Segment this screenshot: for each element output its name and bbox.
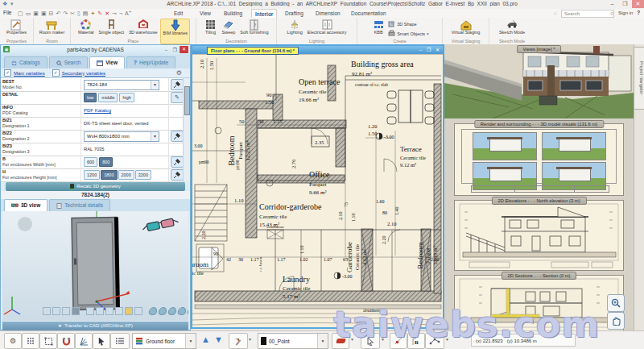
layer-selector[interactable]: 00_Point ▼ <box>258 333 328 349</box>
select-tool-button[interactable] <box>361 333 380 349</box>
tab-search[interactable]: Search <box>49 56 89 69</box>
offset-icon[interactable]: ¬ <box>119 9 122 18</box>
detail-middle-button[interactable]: middle <box>98 93 118 102</box>
brush-icon[interactable]: ✦ <box>90 9 95 18</box>
floor-plan-window-controls[interactable]: – ❐ ✕ <box>419 46 441 54</box>
views-3d-render[interactable] <box>444 44 634 118</box>
floor-down-button[interactable]: ▼ <box>214 334 223 344</box>
file-menu[interactable]: File <box>3 10 11 15</box>
tab-help-update[interactable]: ?Help/Update <box>126 56 175 69</box>
recalc-3d-button[interactable]: Recalc 3D geometry <box>6 182 185 191</box>
pin-button[interactable] <box>171 169 184 181</box>
height-2200-button[interactable]: 2200 <box>135 170 151 180</box>
detail-high-button[interactable]: high <box>119 93 134 102</box>
pin-button[interactable] <box>171 131 184 142</box>
width-800-button[interactable]: 800 <box>99 157 113 167</box>
print-icon[interactable]: ⊟ <box>49 9 54 18</box>
floor-selector[interactable]: Ground floor ▼ <box>132 333 196 349</box>
search-icon[interactable]: ○­ <box>610 10 616 16</box>
open-icon[interactable]: ▭ <box>26 9 31 18</box>
tab-edit[interactable]: Edit <box>171 9 186 17</box>
chevron-down-icon[interactable]: ▼ <box>248 337 252 342</box>
detail-low-button[interactable]: low <box>84 93 97 102</box>
width-600-button[interactable]: 600 <box>84 157 97 167</box>
tab-view[interactable]: View <box>89 56 125 69</box>
secondary-variables-label[interactable]: Secondary variables <box>62 71 105 76</box>
render-thumbnail[interactable] <box>473 132 537 160</box>
new-icon[interactable]: ▢ <box>18 9 23 18</box>
edit-button[interactable]: ✎ <box>171 92 184 103</box>
customize-icon[interactable]: ▾ <box>10 1 14 7</box>
grid-button[interactable] <box>22 333 39 349</box>
parts4cad-maximize-icon[interactable]: ❐ <box>173 45 177 55</box>
angle-snap-button[interactable] <box>75 333 93 349</box>
tab-documentation[interactable]: Documentation <box>348 9 390 17</box>
main-variables-label[interactable]: Main variables <box>14 71 45 76</box>
minimize-button[interactable]: – <box>606 0 618 8</box>
layer-list-button[interactable] <box>110 333 130 349</box>
redo-icon[interactable]: ↷ <box>63 9 68 18</box>
tab-interior[interactable]: Interior <box>251 9 277 18</box>
pdf-katalog-link[interactable]: PDF Katalog <box>84 108 111 113</box>
restore-button[interactable]: ❐ <box>619 0 631 8</box>
height-1800-button[interactable]: 1800 <box>101 170 117 180</box>
settings-gear-icon[interactable]: ⚙ <box>176 69 182 77</box>
cut-icon[interactable]: ✂ <box>70 9 75 18</box>
size-dropdown[interactable]: WxH 800x1800 mm▼ <box>84 131 159 142</box>
views-header[interactable]: Views [image] * <box>517 45 562 53</box>
sign-in-link[interactable]: Sign in <box>618 10 633 15</box>
section-sheet[interactable] <box>454 275 624 330</box>
trim-icon[interactable]: ⊸ <box>112 9 117 18</box>
main-variables-checkbox[interactable]: ✓ <box>4 69 11 77</box>
save-icon[interactable]: ▣ <box>33 9 39 18</box>
tab-view[interactable]: View <box>196 9 214 17</box>
selection-frame-button[interactable] <box>39 333 57 349</box>
3d-shape-button[interactable]: 3D Shape <box>388 19 429 29</box>
search-input[interactable]: Search <box>561 10 614 18</box>
render-header[interactable]: Render and surrounding - · - 3D model vi… <box>474 120 604 128</box>
3d-preview-viewport[interactable] <box>2 211 188 321</box>
pan-button[interactable] <box>607 312 625 330</box>
secondary-variables-checkbox[interactable]: ✓ <box>52 69 60 77</box>
settings-button[interactable]: ⚙ <box>4 333 22 349</box>
transfer-to-cad-button[interactable]: ➤Transfer to CAD (ARCHline.XP) <box>2 322 188 330</box>
cursor-mode-button[interactable] <box>93 333 110 349</box>
tab-catalogs[interactable]: Catalogs <box>4 56 47 69</box>
tab-building[interactable]: Building <box>221 9 246 17</box>
tab-dimension[interactable]: Dimension <box>312 9 344 17</box>
model-no-dropdown[interactable]: 7824.184▼ <box>84 80 159 90</box>
viewport-toolbar[interactable] <box>43 307 188 315</box>
pen-icon[interactable]: ✎ <box>97 9 102 18</box>
point-tool-button[interactable] <box>390 333 407 349</box>
paste-icon[interactable]: ▤ <box>83 9 89 18</box>
delete-icon[interactable]: ✕ <box>105 9 109 18</box>
project-navigator-tab[interactable]: Project navigator <box>634 47 644 110</box>
parts4cad-minimize-icon[interactable]: – <box>165 45 167 55</box>
elevations-header[interactable]: 2D Elevations - · - North elevation (3 m… <box>491 197 586 205</box>
floor-up-button[interactable]: ▲ <box>201 334 210 344</box>
floor-plan-window[interactable]: Floor plans - · - Ground floor (134.6 m)… <box>191 44 444 329</box>
zoom-in-button[interactable] <box>607 294 625 312</box>
parts4cad-close-icon[interactable]: ✕ <box>180 46 188 53</box>
sections-header[interactable]: 2D Sections - · - Section (0 m) <box>502 272 577 280</box>
chevron-down-icon[interactable]: ▾ <box>427 31 429 36</box>
save-as-icon[interactable]: ▣ <box>41 9 47 18</box>
tab-3d-view[interactable]: 3D view <box>4 199 47 211</box>
relative-coords-button[interactable]: R <box>407 333 425 349</box>
render-thumbnail[interactable] <box>542 132 606 160</box>
snap-magnet-button[interactable] <box>57 333 75 349</box>
render-sheet[interactable] <box>454 123 624 196</box>
elevation-sheet[interactable] <box>454 200 624 271</box>
build-tool-button[interactable] <box>229 333 248 349</box>
tab-technical-details[interactable]: Technical details <box>49 199 110 211</box>
close-button[interactable]: ✕ <box>632 0 644 8</box>
pin-button[interactable] <box>171 79 184 90</box>
home-icon[interactable]: ⌂ <box>554 10 557 15</box>
copy-icon[interactable]: ▯ <box>77 9 80 18</box>
chevron-down-icon[interactable]: ▼ <box>381 337 385 342</box>
chevron-down-icon[interactable]: ▼ <box>445 337 449 342</box>
tab-drafting[interactable]: Drafting <box>282 9 307 17</box>
eraser-button[interactable] <box>332 333 349 349</box>
text-icon[interactable]: A⁺ <box>125 9 131 18</box>
help-button[interactable]: ? <box>637 10 640 15</box>
